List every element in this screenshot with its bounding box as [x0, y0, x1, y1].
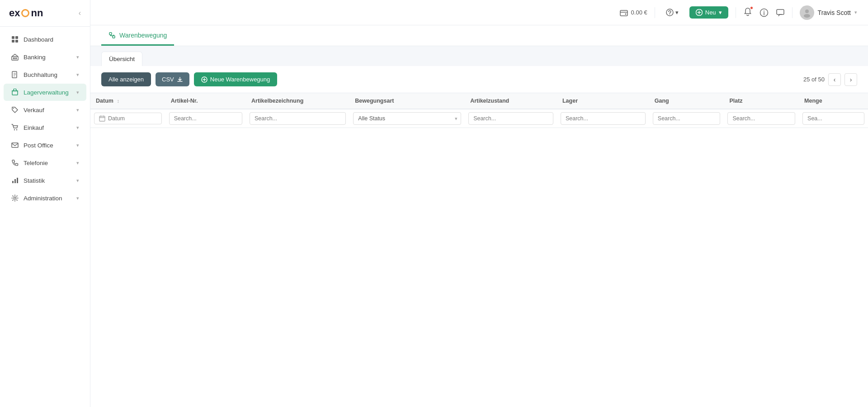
- svg-rect-25: [777, 9, 784, 14]
- sidebar-item-administration[interactable]: Administration ▾: [4, 189, 86, 207]
- col-bewegungsart-label: Bewegungsart: [355, 98, 394, 104]
- sidebar: exnn ‹ Dashboard Banking ▾: [0, 0, 90, 407]
- sidebar-item-verkauf[interactable]: Verkauf ▾: [4, 101, 86, 118]
- sidebar-item-banking[interactable]: Banking ▾: [4, 48, 86, 66]
- wallet-icon: [619, 8, 628, 17]
- platz-filter-input[interactable]: [727, 112, 795, 125]
- balance-display: 0.00 €: [619, 8, 647, 17]
- new-button-label: Neu: [705, 9, 716, 16]
- sidebar-item-statistik[interactable]: Statistik ▾: [4, 172, 86, 189]
- svg-rect-7: [16, 57, 17, 59]
- user-menu-button[interactable]: Travis Scott ▾: [800, 5, 857, 20]
- svg-rect-18: [620, 10, 627, 16]
- svg-rect-2: [12, 40, 14, 43]
- chevron-down-icon: ▾: [76, 107, 79, 113]
- sidebar-item-dashboard[interactable]: Dashboard: [4, 31, 86, 48]
- lager-filter-input[interactable]: [561, 112, 646, 125]
- svg-rect-3: [15, 40, 18, 43]
- plus-circle-icon: [201, 76, 208, 83]
- col-artikelzustand: Artikelzustand: [465, 93, 557, 109]
- col-artikelbezeichnung-label: Artikelbezeichnung: [251, 98, 303, 104]
- show-all-button[interactable]: Alle anzeigen: [101, 72, 151, 86]
- svg-rect-0: [12, 36, 14, 39]
- user-name: Travis Scott: [818, 9, 851, 16]
- col-lager-label: Lager: [562, 98, 578, 104]
- svg-point-19: [625, 13, 626, 14]
- chevron-down-icon: ▾: [76, 90, 79, 95]
- bewegungsart-filter-select[interactable]: Alle Status: [353, 112, 461, 125]
- logo-text-right: nn: [31, 7, 43, 19]
- table-wrapper: Datum ↕ Artikel-Nr. Artikelbezeichnung B…: [90, 93, 868, 407]
- subtab-ubersicht[interactable]: Übersicht: [101, 52, 142, 66]
- sidebar-item-administration-label: Administration: [24, 195, 62, 202]
- main-content: 0.00 € ▾ Neu ▾ Travis Scott ▾: [90, 0, 868, 407]
- new-button[interactable]: Neu ▾: [689, 6, 728, 19]
- chevron-down-icon: ▾: [76, 178, 79, 184]
- menge-filter-input[interactable]: [802, 112, 864, 125]
- book-icon: [11, 71, 19, 79]
- sidebar-item-buchhaltung-label: Buchhaltung: [24, 71, 57, 78]
- col-artikelbezeichnung: Artikelbezeichnung: [246, 93, 349, 109]
- sidebar-item-banking-label: Banking: [24, 54, 46, 61]
- sidebar-item-einkauf[interactable]: Einkauf ▾: [4, 119, 86, 136]
- next-page-button[interactable]: ›: [844, 73, 857, 86]
- help-button[interactable]: ▾: [662, 7, 682, 18]
- tag-icon: [11, 106, 19, 114]
- col-datum-label: Datum: [96, 98, 113, 104]
- svg-rect-9: [12, 91, 18, 95]
- sidebar-item-post-office-label: Post Office: [24, 142, 53, 149]
- sidebar-item-lagerverwaltung[interactable]: Lagerverwaltung ▾: [4, 84, 86, 101]
- notification-button[interactable]: [743, 7, 752, 18]
- new-movement-label: Neue Warenbewegung: [210, 76, 270, 83]
- sidebar-toggle-button[interactable]: ‹: [79, 9, 81, 17]
- bank-icon: [11, 53, 19, 61]
- mail-icon: [11, 141, 19, 149]
- info-button[interactable]: [760, 8, 769, 17]
- sidebar-item-statistik-label: Statistik: [24, 177, 45, 184]
- svg-rect-15: [14, 179, 16, 183]
- download-icon: [177, 76, 183, 83]
- logo-text-left: ex: [9, 7, 20, 19]
- toolbar: Alle anzeigen CSV Neue Warenbewegung 25 …: [90, 66, 868, 93]
- datum-filter-input[interactable]: [108, 115, 140, 122]
- calendar-icon: [99, 115, 105, 122]
- info-icon: [760, 8, 769, 17]
- sidebar-item-post-office[interactable]: Post Office ▾: [4, 137, 86, 154]
- subtabs-bar: Übersicht: [90, 46, 868, 66]
- chart-icon: [11, 176, 19, 185]
- sidebar-nav: Dashboard Banking ▾ Buchhaltung ▾: [0, 27, 90, 407]
- col-gang-label: Gang: [655, 98, 669, 104]
- filter-row: Alle Status ▾: [90, 109, 868, 128]
- chevron-down-icon: ▾: [76, 142, 79, 148]
- col-datum[interactable]: Datum ↕: [90, 93, 165, 109]
- new-movement-button[interactable]: Neue Warenbewegung: [194, 72, 278, 86]
- sort-icon-datum: ↕: [117, 98, 119, 104]
- chevron-down-icon: ▾: [76, 54, 79, 60]
- artikelbezeichnung-filter-input[interactable]: [250, 112, 346, 125]
- topbar: 0.00 € ▾ Neu ▾ Travis Scott ▾: [90, 0, 868, 25]
- csv-export-button[interactable]: CSV: [156, 72, 189, 86]
- sidebar-item-telefonie[interactable]: Telefonie ▾: [4, 154, 86, 171]
- sidebar-item-buchhaltung[interactable]: Buchhaltung ▾: [4, 66, 86, 83]
- messages-button[interactable]: [776, 8, 785, 17]
- user-chevron-icon: ▾: [854, 9, 857, 15]
- svg-point-27: [804, 14, 810, 18]
- col-artikel-nr: Artikel-Nr.: [165, 93, 246, 109]
- gang-filter-input[interactable]: [653, 112, 721, 125]
- logo-circle: [21, 9, 29, 17]
- svg-rect-1: [15, 36, 18, 39]
- prev-page-button[interactable]: ‹: [828, 73, 841, 86]
- svg-point-26: [805, 9, 809, 13]
- grid-icon: [11, 35, 19, 43]
- tab-warenbewegung-label: Warenbewegung: [119, 32, 167, 39]
- artikel-nr-filter-input[interactable]: [169, 112, 242, 125]
- col-artikel-nr-label: Artikel-Nr.: [171, 98, 198, 104]
- svg-rect-6: [14, 57, 15, 59]
- balance-value: 0.00 €: [631, 9, 647, 16]
- help-icon: [666, 9, 674, 16]
- tab-warenbewegung[interactable]: Warenbewegung: [101, 25, 174, 46]
- subtab-ubersicht-label: Übersicht: [109, 56, 135, 62]
- artikelzustand-filter-input[interactable]: [468, 112, 553, 125]
- cart-icon: [11, 123, 19, 132]
- box-icon: [11, 88, 19, 96]
